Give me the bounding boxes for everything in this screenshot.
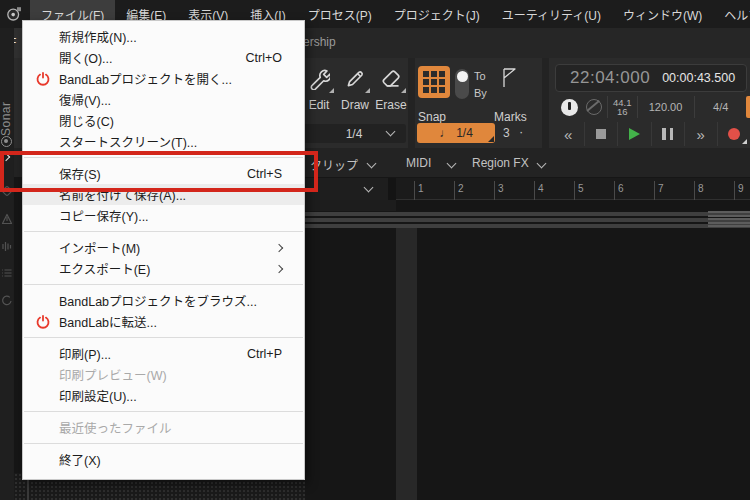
- app-logo-icon[interactable]: [6, 6, 22, 22]
- ruler-number: 9: [738, 183, 744, 194]
- chevron-down-icon[interactable]: [537, 159, 547, 169]
- menu-item-print-preview: 印刷プレビュー(W): [23, 364, 304, 385]
- menu-shortcut: Ctrl+P: [247, 347, 282, 361]
- draw-tool-button[interactable]: Draw: [338, 68, 372, 112]
- menu-item-new[interactable]: 新規作成(N)...: [23, 26, 304, 47]
- list-icon[interactable]: [1, 267, 13, 279]
- ruler-number: 6: [618, 183, 624, 194]
- sonar-app-window: ファイル(F) 編集(E) 表示(V) 挿入(I) プロセス(P) プロジェクト…: [0, 0, 750, 500]
- ruler-number: 2: [458, 183, 464, 194]
- file-menu-popup: 新規作成(N)... 開く(O)...Ctrl+O BandLabプロジェクトを…: [22, 20, 305, 480]
- pause-button[interactable]: [651, 122, 684, 146]
- snap-to-label: To: [474, 70, 486, 82]
- menu-item-open-bandlab-project[interactable]: BandLabプロジェクトを開く...: [23, 68, 304, 89]
- menu-item-browse-bandlab-projects[interactable]: BandLabプロジェクトをブラウズ...: [23, 290, 304, 311]
- bandlab-icon: [36, 72, 50, 86]
- menu-item-label: スタートスクリーン(T)...: [59, 132, 197, 151]
- erase-tool-button[interactable]: Erase: [374, 68, 408, 112]
- menu-item-label: エクスポート(E): [59, 259, 150, 278]
- menu-item-label: 開く(O)...: [59, 48, 112, 67]
- menu-item-open[interactable]: 開く(O)...Ctrl+O: [23, 47, 304, 68]
- menu-item-print-setup[interactable]: 印刷設定(U)...: [23, 385, 304, 406]
- menu-help[interactable]: ヘルプ(H): [713, 0, 750, 28]
- draw-resolution-value: 1/4: [346, 127, 363, 141]
- tab-midi[interactable]: MIDI: [406, 156, 431, 170]
- sample-rate-display[interactable]: 44.1 16: [608, 98, 637, 116]
- chevron-down-icon[interactable]: [367, 159, 377, 169]
- edit-flyout-triangle: [329, 88, 334, 93]
- timeline-ruler[interactable]: 1 2 3 4 5 6 7 8 9: [305, 178, 750, 200]
- menu-item-upload-to-bandlab[interactable]: BandLabに転送...: [23, 311, 304, 332]
- chevron-down-icon[interactable]: [447, 159, 457, 169]
- menu-item-label: インポート(M): [59, 238, 140, 257]
- menu-item-save-copy[interactable]: コピー保存(Y)...: [23, 205, 304, 226]
- menu-item-import[interactable]: インポート(M): [23, 237, 304, 258]
- rewind-icon: «: [564, 127, 572, 142]
- menu-utility[interactable]: ユーティリティ(U): [491, 0, 612, 28]
- play-icon: [629, 128, 640, 140]
- menu-item-label: 印刷設定(U)...: [59, 386, 137, 405]
- track-header-dropdown[interactable]: [305, 178, 396, 200]
- menu-window[interactable]: ウィンドウ(W): [612, 0, 713, 28]
- forward-button[interactable]: »: [684, 122, 717, 146]
- draw-resolution-dropdown[interactable]: 1/4: [302, 124, 406, 143]
- track-gutter: [396, 228, 417, 500]
- menu-item-start-screen[interactable]: スタートスクリーン(T)...: [23, 131, 304, 152]
- toolbar-separator: [408, 58, 415, 148]
- menu-item-label: 復帰(V)...: [59, 90, 111, 109]
- menu-item-label: BandLabプロジェクトをブラウズ...: [59, 291, 257, 310]
- menu-process[interactable]: プロセス(P): [297, 0, 383, 28]
- menu-item-export[interactable]: エクスポート(E): [23, 258, 304, 279]
- bandlab-icon: [36, 315, 50, 329]
- quarter-note-icon: ♩: [439, 126, 451, 140]
- marks-label: Marks: [494, 110, 527, 124]
- time-secondary: 00:00:43.500: [662, 71, 735, 85]
- play-button[interactable]: [617, 122, 650, 146]
- time-display[interactable]: 22:04:000 00:00:43.500: [555, 64, 747, 92]
- menu-item-print[interactable]: 印刷(P)...Ctrl+P: [23, 343, 304, 364]
- menu-separator: [24, 337, 303, 338]
- tab-region-fx[interactable]: Region FX: [472, 156, 529, 170]
- transport-controls: « »: [552, 122, 750, 146]
- edit-tool-button[interactable]: Edit: [302, 68, 336, 112]
- ruler-number: 8: [698, 183, 704, 194]
- record-button[interactable]: [717, 122, 750, 146]
- marks-flag-icon[interactable]: [501, 68, 519, 88]
- snap-resolution-button[interactable]: ♩ 1/4: [417, 123, 495, 143]
- snap-extra-value[interactable]: 3: [503, 126, 510, 140]
- rewind-button[interactable]: «: [552, 122, 584, 146]
- metronome-icon[interactable]: [1, 213, 13, 225]
- menu-item-close[interactable]: 閉じる(C): [23, 110, 304, 131]
- edit-tool-label: Edit: [302, 98, 336, 112]
- menu-item-label: BandLabに転送...: [59, 312, 157, 331]
- draw-flyout-triangle: [365, 88, 370, 93]
- submenu-chevron-icon: [275, 264, 283, 272]
- metronome-off-icon[interactable]: [586, 99, 602, 115]
- menu-separator: [24, 284, 303, 285]
- audio-engine-icon[interactable]: [561, 99, 578, 116]
- track-view-area[interactable]: [305, 200, 750, 500]
- time-signature-display[interactable]: 4/4: [695, 94, 748, 120]
- snap-dot-value[interactable]: ·: [519, 124, 523, 139]
- toggle-knob: [457, 71, 468, 82]
- left-sidebar: Sonar: [0, 28, 14, 500]
- forward-icon: »: [697, 127, 705, 142]
- snap-grid-button[interactable]: [418, 66, 450, 98]
- toolbar-separator: [542, 58, 549, 148]
- snap-to-by-toggle[interactable]: [455, 69, 469, 99]
- pause-icon: [662, 128, 673, 140]
- sync-arc-icon[interactable]: [1, 294, 13, 306]
- time-primary: 22:04:000: [570, 68, 650, 88]
- meter-bars-icon[interactable]: [1, 240, 13, 252]
- snap-by-label: By: [474, 87, 487, 99]
- ruler-number: 7: [658, 183, 664, 194]
- track-header-footer: [305, 200, 396, 211]
- record-flyout-triangle: [742, 139, 747, 144]
- menu-separator: [24, 443, 303, 444]
- menu-item-revert[interactable]: 復帰(V)...: [23, 89, 304, 110]
- menu-project[interactable]: プロジェクト(J): [383, 0, 491, 28]
- tempo-display[interactable]: 120.00: [638, 94, 694, 120]
- clipped-panel-edge: [746, 96, 750, 118]
- stop-button[interactable]: [584, 122, 617, 146]
- menu-item-exit[interactable]: 終了(X): [23, 449, 304, 470]
